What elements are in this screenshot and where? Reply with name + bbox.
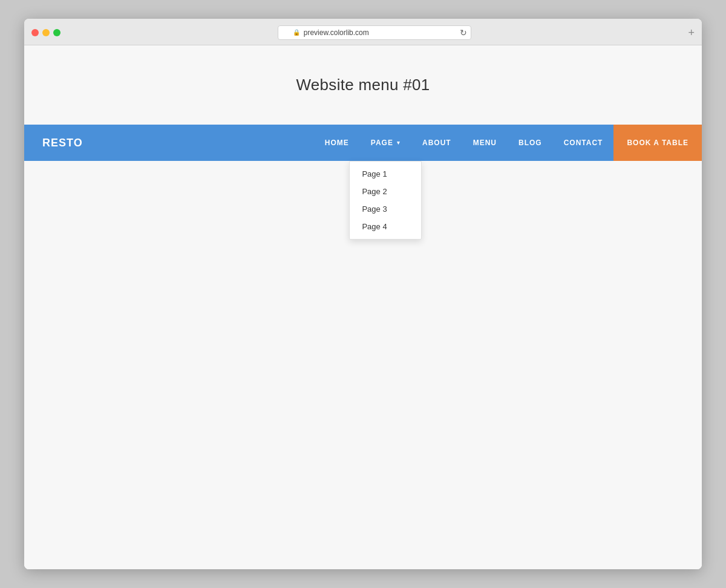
nav-item-contact[interactable]: CONTACT — [553, 125, 614, 161]
maximize-button[interactable] — [53, 29, 60, 36]
lock-icon: 🔒 — [293, 29, 300, 36]
page-title: Website menu #01 — [296, 76, 430, 94]
nav-item-home[interactable]: HOME — [314, 125, 360, 161]
browser-chrome: 🔒 preview.colorlib.com ↻ + — [24, 19, 702, 45]
dropdown-item-page3[interactable]: Page 3 — [350, 200, 421, 218]
dropdown-menu: Page 1 Page 2 Page 3 Page 4 — [349, 161, 422, 240]
refresh-button[interactable]: ↻ — [460, 28, 467, 38]
navbar: RESTO HOME PAGE ▾ Page 1 Page 2 Page 3 — [24, 125, 702, 161]
address-bar-container: 🔒 preview.colorlib.com ↻ — [67, 25, 682, 40]
page-header-area: Website menu #01 — [24, 45, 702, 125]
browser-window: 🔒 preview.colorlib.com ↻ + Website menu … — [24, 19, 702, 569]
dropdown-item-page1[interactable]: Page 1 — [350, 165, 421, 183]
nav-item-blog[interactable]: BLOG — [508, 125, 553, 161]
nav-item-page[interactable]: PAGE ▾ Page 1 Page 2 Page 3 Page 4 — [360, 125, 411, 161]
chevron-down-icon: ▾ — [397, 140, 401, 146]
nav-item-about[interactable]: ABOUT — [411, 125, 462, 161]
address-bar[interactable]: 🔒 preview.colorlib.com ↻ — [278, 25, 471, 40]
new-tab-button[interactable]: + — [688, 27, 695, 38]
minimize-button[interactable] — [42, 29, 50, 36]
browser-content: Website menu #01 RESTO HOME PAGE ▾ Page … — [24, 45, 702, 569]
nav-item-menu[interactable]: MENU — [462, 125, 508, 161]
dropdown-item-page4[interactable]: Page 4 — [350, 218, 421, 235]
traffic-lights — [31, 29, 60, 36]
nav-links: HOME PAGE ▾ Page 1 Page 2 Page 3 Page 4 — [314, 125, 702, 161]
nav-brand[interactable]: RESTO — [24, 125, 101, 161]
nav-item-book-table[interactable]: BOOK A TABLE — [613, 125, 702, 161]
dropdown-item-page2[interactable]: Page 2 — [350, 183, 421, 200]
url-text: preview.colorlib.com — [304, 28, 369, 37]
close-button[interactable] — [31, 29, 39, 36]
